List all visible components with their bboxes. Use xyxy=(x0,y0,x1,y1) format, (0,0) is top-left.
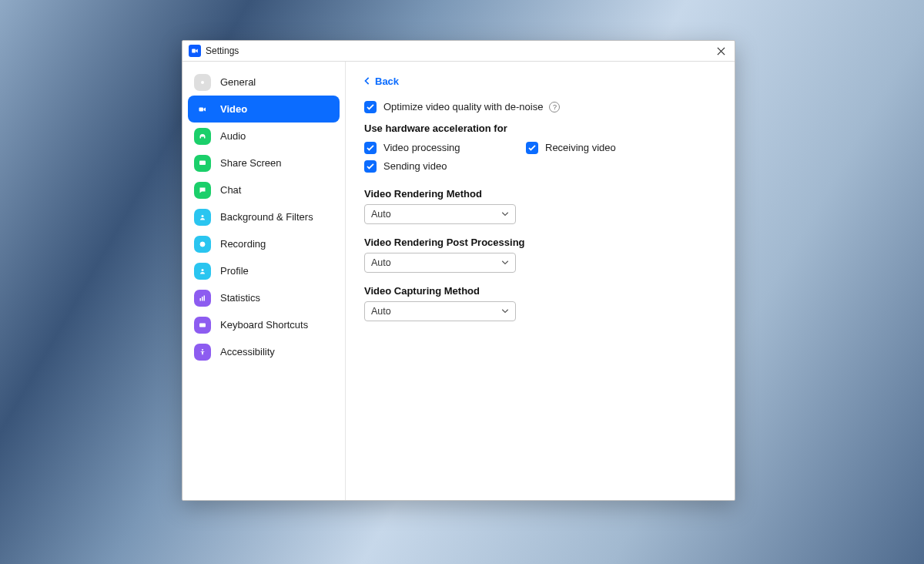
profile-icon xyxy=(194,263,211,280)
statistics-icon xyxy=(194,290,211,307)
sidebar-item-label: Audio xyxy=(220,130,246,142)
video-icon xyxy=(194,101,211,118)
checkbox-video-processing[interactable] xyxy=(364,142,377,154)
person-blur-icon xyxy=(194,209,211,226)
close-button[interactable] xyxy=(710,42,732,60)
sidebar-item-label: General xyxy=(220,76,256,88)
chat-icon xyxy=(194,182,211,199)
titlebar: Settings xyxy=(182,41,735,62)
hw-receiving-video-label: Receiving video xyxy=(545,142,616,153)
sidebar-item-profile[interactable]: Profile xyxy=(188,257,340,284)
sidebar-item-label: Background & Filters xyxy=(220,211,313,223)
capturing-method-label: Video Capturing Method xyxy=(364,285,716,297)
sidebar-item-chat[interactable]: Chat xyxy=(188,176,340,203)
gear-icon xyxy=(194,74,211,91)
sidebar-item-accessibility[interactable]: Accessibility xyxy=(188,338,340,365)
window-body: General Video Audio Share Screen xyxy=(182,62,735,500)
svg-rect-0 xyxy=(192,49,196,53)
accessibility-icon xyxy=(194,344,211,361)
chevron-down-icon xyxy=(501,260,509,265)
svg-point-15 xyxy=(202,349,203,351)
keyboard-icon xyxy=(194,317,211,334)
help-icon[interactable]: ? xyxy=(549,102,560,112)
capturing-method-value: Auto xyxy=(371,306,391,317)
capturing-method-dropdown[interactable]: Auto xyxy=(364,301,516,321)
rendering-post-value: Auto xyxy=(371,257,391,268)
share-screen-icon xyxy=(194,155,211,172)
back-link[interactable]: Back xyxy=(364,76,399,87)
sidebar-item-label: Video xyxy=(220,103,247,115)
sidebar-item-audio[interactable]: Audio xyxy=(188,123,340,149)
svg-rect-8 xyxy=(200,298,202,301)
sidebar-item-recording[interactable]: Recording xyxy=(188,230,340,257)
rendering-method-dropdown[interactable]: Auto xyxy=(364,204,516,224)
sidebar-item-general[interactable]: General xyxy=(188,69,340,96)
rendering-post-dropdown[interactable]: Auto xyxy=(364,253,516,273)
sidebar-item-background-filters[interactable]: Background & Filters xyxy=(188,203,340,230)
sidebar-item-label: Accessibility xyxy=(220,346,275,358)
sidebar-item-statistics[interactable]: Statistics xyxy=(188,284,340,311)
sidebar-item-label: Chat xyxy=(220,184,241,196)
checkbox-sending-video[interactable] xyxy=(364,160,377,173)
svg-rect-12 xyxy=(201,324,202,325)
sidebar-item-label: Profile xyxy=(220,265,249,277)
svg-rect-2 xyxy=(199,107,204,111)
svg-point-7 xyxy=(202,269,204,271)
hw-sending-video-label: Sending video xyxy=(383,160,447,172)
hw-video-processing-label: Video processing xyxy=(383,142,460,153)
rendering-post-label: Video Rendering Post Processing xyxy=(364,237,716,248)
app-icon xyxy=(189,45,201,57)
chevron-down-icon xyxy=(501,212,509,217)
sidebar-item-label: Statistics xyxy=(220,292,260,304)
hw-sending-video-row[interactable]: Sending video xyxy=(364,160,526,173)
rendering-method-label: Video Rendering Method xyxy=(364,188,716,200)
svg-point-4 xyxy=(202,215,204,217)
sidebar-item-share-screen[interactable]: Share Screen xyxy=(188,149,340,176)
svg-rect-10 xyxy=(204,295,206,300)
sidebar: General Video Audio Share Screen xyxy=(182,62,346,500)
sidebar-item-label: Keyboard Shortcuts xyxy=(220,319,308,331)
sidebar-item-video[interactable]: Video xyxy=(188,96,340,123)
hw-accel-grid: Video processing Receiving video Sending… xyxy=(364,142,716,173)
optimize-video-row[interactable]: Optimize video quality with de-noise ? xyxy=(364,101,716,113)
svg-point-6 xyxy=(202,243,204,245)
rendering-method-value: Auto xyxy=(371,209,391,220)
back-label: Back xyxy=(375,76,399,87)
svg-rect-14 xyxy=(204,324,205,325)
hw-accel-heading: Use hardware acceleration for xyxy=(364,123,716,134)
chevron-down-icon xyxy=(501,309,509,314)
settings-window: Settings General Video xyxy=(182,40,735,501)
checkbox-optimize[interactable] xyxy=(364,101,377,113)
hw-video-processing-row[interactable]: Video processing xyxy=(364,142,526,154)
checkbox-receiving-video[interactable] xyxy=(526,142,538,154)
content-panel: Back Optimize video quality with de-nois… xyxy=(346,62,735,500)
chevron-left-icon xyxy=(364,77,370,85)
sidebar-item-label: Recording xyxy=(220,238,266,250)
svg-rect-13 xyxy=(203,324,203,325)
svg-rect-9 xyxy=(202,297,203,301)
window-title: Settings xyxy=(206,45,239,56)
sidebar-item-label: Share Screen xyxy=(220,157,282,169)
hw-receiving-video-row[interactable]: Receiving video xyxy=(526,142,716,154)
optimize-label: Optimize video quality with de-noise xyxy=(383,101,543,112)
record-icon xyxy=(194,236,211,253)
sidebar-item-keyboard-shortcuts[interactable]: Keyboard Shortcuts xyxy=(188,311,340,338)
headphones-icon xyxy=(194,128,211,145)
